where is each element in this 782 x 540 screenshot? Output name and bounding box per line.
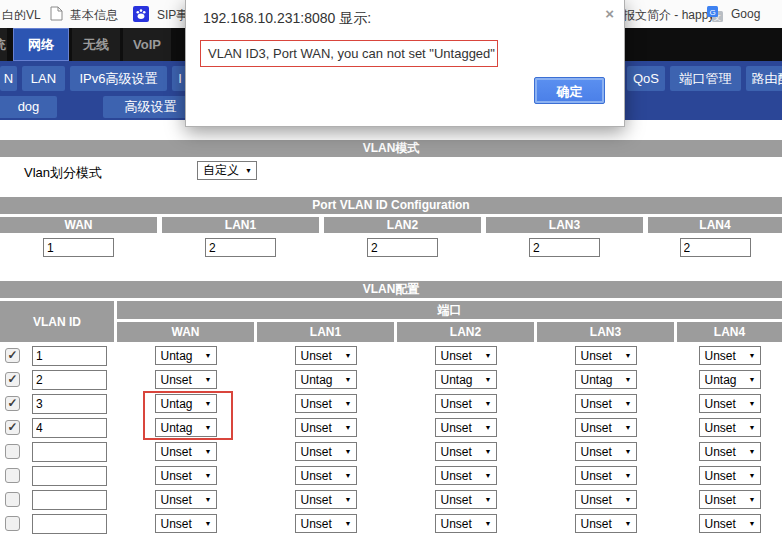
- tab-cut-fragment[interactable]: 统: [0, 28, 7, 61]
- port-mode-select[interactable]: Unset▼: [295, 418, 357, 437]
- subnav-item-watchdog-cut[interactable]: dog: [0, 96, 57, 118]
- port-mode-select[interactable]: Unset▼: [155, 442, 217, 461]
- vlan-id-input[interactable]: [32, 394, 107, 414]
- row-checkbox[interactable]: [5, 468, 20, 483]
- port-mode-select[interactable]: Unset▼: [575, 514, 637, 533]
- vlan-id-input[interactable]: [32, 418, 107, 438]
- port-mode-select[interactable]: Unset▼: [699, 514, 761, 533]
- port-mode-select[interactable]: Unset▼: [699, 346, 761, 365]
- dropdown-arrow-icon: ▼: [625, 352, 632, 359]
- port-mode-select[interactable]: Unset▼: [575, 418, 637, 437]
- port-mode-value: Unset: [581, 421, 612, 435]
- port-mode-select[interactable]: Untag▼: [435, 370, 497, 389]
- row-checkbox[interactable]: ✓: [5, 372, 20, 387]
- port-col-header: WAN: [117, 322, 254, 342]
- port-mode-select[interactable]: Unset▼: [435, 490, 497, 509]
- dropdown-arrow-icon: ▼: [749, 352, 756, 359]
- vlan-id-input[interactable]: [32, 442, 107, 462]
- dropdown-arrow-icon: ▼: [625, 496, 632, 503]
- subnav-item-lan[interactable]: LAN: [22, 66, 65, 91]
- tab-wireless[interactable]: 无线: [72, 28, 120, 61]
- pvid-input-lan2[interactable]: [367, 238, 438, 257]
- dropdown-arrow-icon: ▼: [625, 424, 632, 431]
- pvid-input-wan[interactable]: [43, 238, 114, 257]
- subnav-item-routing-cut[interactable]: 路由配: [746, 66, 782, 91]
- port-mode-select[interactable]: Unset▼: [295, 346, 357, 365]
- vlan-id-input[interactable]: [32, 346, 107, 366]
- port-mode-select[interactable]: Unset▼: [575, 490, 637, 509]
- port-mode-select[interactable]: Unset▼: [295, 466, 357, 485]
- port-mode-value: Unset: [581, 397, 612, 411]
- port-mode-select[interactable]: Unset▼: [575, 466, 637, 485]
- port-mode-select[interactable]: Unset▼: [295, 394, 357, 413]
- vlan-id-input[interactable]: [32, 370, 107, 390]
- subnav-item-ipv6[interactable]: IPv6高级设置: [70, 66, 167, 91]
- port-mode-select[interactable]: Unset▼: [699, 466, 761, 485]
- port-mode-select[interactable]: Unset▼: [155, 466, 217, 485]
- port-mode-value: Unset: [441, 397, 472, 411]
- row-checkbox[interactable]: ✓: [5, 396, 20, 411]
- subnav-item-advanced[interactable]: 高级设置: [103, 96, 198, 118]
- pvid-input-lan3[interactable]: [529, 238, 600, 257]
- ok-button[interactable]: 确定: [534, 77, 605, 104]
- port-mode-value: Untag: [441, 373, 473, 387]
- dropdown-arrow-icon: ▼: [345, 520, 352, 527]
- port-mode-select[interactable]: Unset▼: [435, 514, 497, 533]
- bookmark-item[interactable]: Goog: [731, 7, 760, 21]
- port-mode-select[interactable]: Unset▼: [155, 514, 217, 533]
- port-mode-select[interactable]: Unset▼: [575, 346, 637, 365]
- bookmark-item[interactable]: 基本信息: [70, 7, 118, 24]
- vlan-id-input[interactable]: [32, 490, 107, 510]
- port-mode-select[interactable]: Unset▼: [435, 394, 497, 413]
- port-mode-select[interactable]: Untag▼: [699, 370, 761, 389]
- port-mode-select[interactable]: Unset▼: [295, 442, 357, 461]
- port-mode-select[interactable]: Unset▼: [155, 370, 217, 389]
- tab-voip[interactable]: VoIP: [123, 28, 171, 61]
- pvid-input-lan4[interactable]: [680, 238, 751, 257]
- dropdown-arrow-icon: ▼: [625, 448, 632, 455]
- pvid-input-lan1[interactable]: [205, 238, 276, 257]
- port-mode-select[interactable]: Unset▼: [435, 442, 497, 461]
- row-checkbox[interactable]: [5, 516, 20, 531]
- port-mode-select[interactable]: Unset▼: [435, 346, 497, 365]
- port-mode-value: Unset: [705, 517, 736, 531]
- vlan-row-id-cell: ✓: [0, 345, 114, 366]
- bookmark-item[interactable]: 报文简介 - happy: [623, 7, 714, 24]
- port-mode-value: Unset: [161, 469, 192, 483]
- tab-network[interactable]: 网络: [13, 28, 69, 61]
- dropdown-arrow-icon: ▼: [749, 376, 756, 383]
- port-mode-select[interactable]: Unset▼: [699, 418, 761, 437]
- row-checkbox[interactable]: ✓: [5, 420, 20, 435]
- vlan-id-input[interactable]: [32, 466, 107, 486]
- port-mode-value: Untag: [705, 373, 737, 387]
- vlan-id-input[interactable]: [32, 514, 107, 534]
- subnav-item-qos[interactable]: QoS: [627, 66, 665, 91]
- port-mode-select[interactable]: Unset▼: [575, 442, 637, 461]
- port-mode-select[interactable]: Unset▼: [699, 394, 761, 413]
- subnav-item-port-mgmt[interactable]: 端口管理: [670, 66, 741, 91]
- port-mode-select[interactable]: Unset▼: [699, 490, 761, 509]
- vlan-mode-select[interactable]: 自定义▼: [197, 161, 257, 180]
- port-mode-select[interactable]: Unset▼: [435, 466, 497, 485]
- row-checkbox[interactable]: ✓: [5, 348, 20, 363]
- subnav-item-wan-cut[interactable]: N: [0, 66, 17, 91]
- port-mode-select[interactable]: Unset▼: [699, 442, 761, 461]
- port-mode-select[interactable]: Unset▼: [295, 490, 357, 509]
- port-mode-select[interactable]: Unset▼: [155, 490, 217, 509]
- port-mode-select[interactable]: Unset▼: [435, 418, 497, 437]
- row-checkbox[interactable]: [5, 492, 20, 507]
- dropdown-arrow-icon: ▼: [345, 448, 352, 455]
- port-mode-value: Untag: [301, 373, 333, 387]
- port-mode-select[interactable]: Untag▼: [575, 370, 637, 389]
- dropdown-arrow-icon: ▼: [625, 400, 632, 407]
- close-icon[interactable]: ×: [605, 5, 614, 22]
- baidu-paw-icon: [133, 6, 149, 26]
- row-checkbox[interactable]: [5, 444, 20, 459]
- port-mode-select[interactable]: Unset▼: [575, 394, 637, 413]
- bookmark-item[interactable]: SIP事: [157, 7, 188, 24]
- bookmark-item[interactable]: 白的VL: [2, 7, 41, 24]
- port-mode-select[interactable]: Untag▼: [155, 346, 217, 365]
- port-mode-select[interactable]: Unset▼: [295, 514, 357, 533]
- dropdown-arrow-icon: ▼: [485, 424, 492, 431]
- port-mode-select[interactable]: Untag▼: [295, 370, 357, 389]
